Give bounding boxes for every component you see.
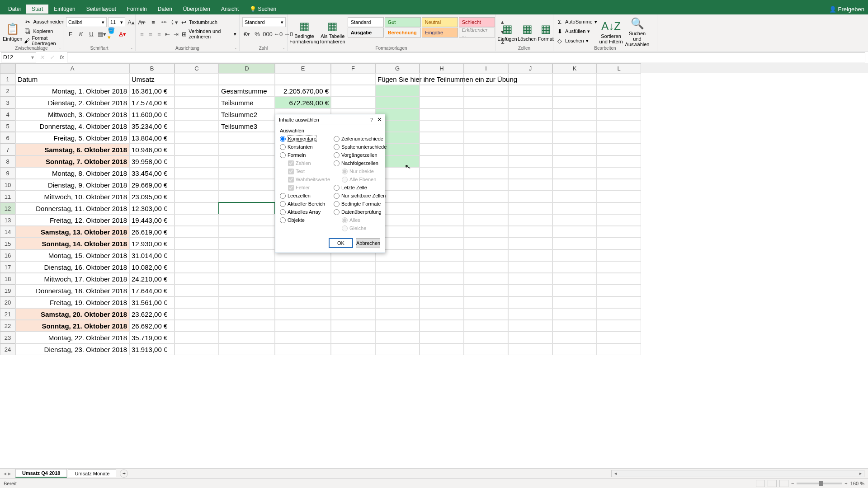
cell[interactable] <box>275 273 331 285</box>
cell[interactable] <box>552 238 597 249</box>
align-left-button[interactable]: ≡ <box>138 29 146 38</box>
cell[interactable] <box>420 214 464 226</box>
cell[interactable] <box>464 285 508 296</box>
cell[interactable] <box>219 273 275 285</box>
cell[interactable]: Freitag, 5. Oktober 2018 <box>15 132 129 144</box>
sheet-nav-prev[interactable]: ◂ <box>4 470 6 477</box>
cell[interactable]: Donnerstag, 11. Oktober 2018 <box>15 202 129 214</box>
hscroll-right[interactable]: ▸ <box>857 470 864 477</box>
cell[interactable] <box>464 120 508 132</box>
cell[interactable] <box>331 332 375 343</box>
style-ausgabe[interactable]: Ausgabe <box>348 28 384 38</box>
tab-ansicht[interactable]: Ansicht <box>216 5 244 14</box>
cell[interactable] <box>597 261 641 273</box>
cell[interactable] <box>375 285 420 296</box>
radio-leerzellen[interactable]: Leerzellen <box>280 192 330 199</box>
cell[interactable] <box>552 214 597 226</box>
cell[interactable] <box>175 120 219 132</box>
col-header-H[interactable]: H <box>420 63 464 73</box>
cell[interactable] <box>508 120 552 132</box>
formula-bar[interactable] <box>67 52 865 62</box>
cell[interactable] <box>597 273 641 285</box>
cell[interactable] <box>175 285 219 296</box>
cell[interactable] <box>597 97 641 108</box>
cell[interactable] <box>552 308 597 320</box>
cell[interactable] <box>175 144 219 155</box>
add-sheet-button[interactable]: + <box>120 469 128 478</box>
cell[interactable] <box>508 202 552 214</box>
cell[interactable]: 11.600,00 € <box>129 108 175 120</box>
align-center-button[interactable]: ≡ <box>147 29 154 38</box>
bold-button[interactable]: F <box>66 29 75 38</box>
cell[interactable]: 10.946,00 € <box>129 144 175 155</box>
cell[interactable] <box>420 191 464 202</box>
cell[interactable] <box>175 296 219 308</box>
zoom-out-button[interactable]: − <box>791 481 794 486</box>
cell[interactable] <box>464 261 508 273</box>
cell[interactable] <box>219 179 275 191</box>
cell[interactable]: 31.913,00 € <box>129 343 175 355</box>
cell[interactable] <box>219 155 275 167</box>
percent-button[interactable]: % <box>253 29 262 38</box>
row-header[interactable]: 23 <box>0 332 15 343</box>
dialog-close-button[interactable]: ✕ <box>377 116 382 123</box>
cell[interactable]: Teilsumme <box>219 97 275 108</box>
sheet-nav-next[interactable]: ▸ <box>8 470 11 477</box>
cell[interactable] <box>420 296 464 308</box>
cell[interactable]: Montag, 8. Oktober 2018 <box>15 167 129 179</box>
cell[interactable] <box>275 73 331 85</box>
radio-nachfolgerzellen[interactable]: Nachfolgerzellen <box>334 160 387 167</box>
cell[interactable]: Datum <box>15 73 129 85</box>
cell[interactable] <box>552 85 597 97</box>
cell[interactable] <box>597 285 641 296</box>
cell[interactable] <box>464 226 508 238</box>
insert-cells-button[interactable]: ▦Einfügen <box>498 17 516 47</box>
row-header[interactable]: 12 <box>0 202 15 214</box>
radio-letzte-zelle[interactable]: Letzte Zelle <box>334 184 387 191</box>
currency-button[interactable]: €▾ <box>242 29 251 38</box>
style-gut[interactable]: Gut <box>385 17 421 27</box>
cell[interactable]: 35.719,00 € <box>129 332 175 343</box>
cell[interactable] <box>464 97 508 108</box>
cell[interactable] <box>508 179 552 191</box>
increase-decimal-button[interactable]: ←0 <box>274 29 283 38</box>
cell[interactable] <box>420 97 464 108</box>
cell[interactable]: Dienstag, 2. Oktober 2018 <box>15 97 129 108</box>
cell[interactable] <box>552 167 597 179</box>
hscroll-left[interactable]: ◂ <box>612 470 619 477</box>
cell[interactable] <box>597 296 641 308</box>
col-header-C[interactable]: C <box>175 63 219 73</box>
cell[interactable] <box>219 238 275 249</box>
cell[interactable] <box>464 332 508 343</box>
clipboard-launcher[interactable]: ⌐ <box>59 46 61 50</box>
radio-bedingte-formate[interactable]: Bedingte Formate <box>334 200 387 207</box>
dialog-help-button[interactable]: ? <box>370 117 373 122</box>
merge-button[interactable]: ⊞Verbinden und zentrieren▾ <box>181 29 236 38</box>
style-schlecht[interactable]: Schlecht <box>459 17 495 27</box>
cell[interactable] <box>331 343 375 355</box>
cell[interactable]: Samstag, 6. Oktober 2018 <box>15 144 129 155</box>
cell[interactable] <box>375 273 420 285</box>
row-header[interactable]: 7 <box>0 144 15 155</box>
cell[interactable] <box>331 320 375 332</box>
number-launcher[interactable]: ⌐ <box>283 46 285 50</box>
cell[interactable] <box>552 144 597 155</box>
cell[interactable] <box>508 343 552 355</box>
cell[interactable] <box>219 226 275 238</box>
radio-spaltenunterschiede[interactable]: Spaltenunterschiede <box>334 143 387 150</box>
cell[interactable] <box>219 132 275 144</box>
cell[interactable] <box>464 85 508 97</box>
zoom-slider[interactable] <box>797 483 842 484</box>
cell[interactable] <box>420 120 464 132</box>
cell[interactable] <box>464 249 508 261</box>
row-header[interactable]: 16 <box>0 249 15 261</box>
fill-color-button[interactable]: 🪣▾ <box>108 29 117 38</box>
cell[interactable] <box>464 144 508 155</box>
cell[interactable]: 2.205.670,00 € <box>275 85 331 97</box>
col-header-K[interactable]: K <box>552 63 597 73</box>
autosum-button[interactable]: ΣAutoSumme ▾ <box>556 17 597 26</box>
cell[interactable] <box>275 320 331 332</box>
cell[interactable] <box>275 343 331 355</box>
cell[interactable]: 33.454,00 € <box>129 167 175 179</box>
cell[interactable] <box>508 132 552 144</box>
